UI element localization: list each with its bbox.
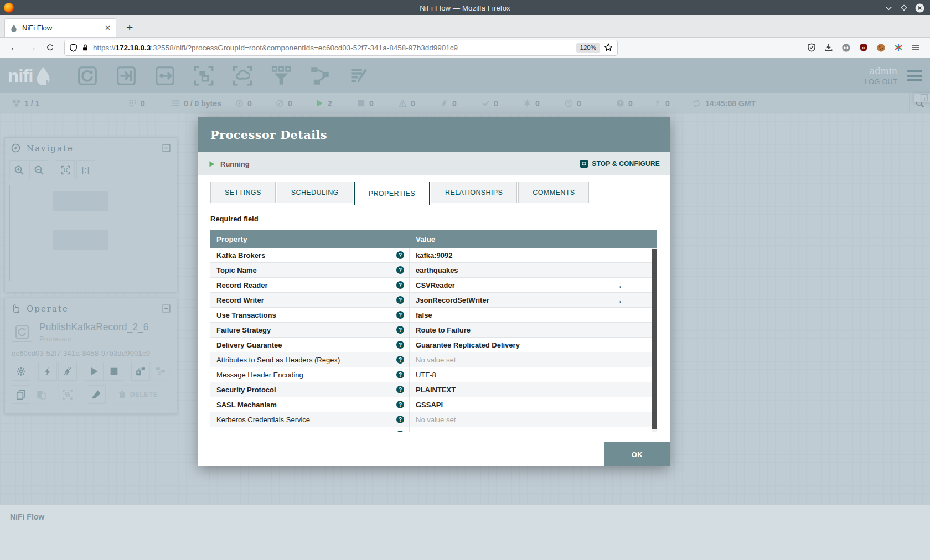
refresh-status[interactable]: 14:45:08 GMT [692, 99, 756, 108]
fill-color-button[interactable] [87, 385, 106, 404]
reload-button[interactable] [41, 40, 59, 55]
input-port-icon[interactable] [113, 63, 139, 89]
property-row[interactable]: Kerberos Credentials Service?No value se… [210, 412, 652, 427]
help-icon[interactable]: ? [396, 251, 404, 259]
property-value[interactable]: Guarantee Replicated Delivery [410, 338, 606, 352]
help-icon[interactable]: ? [396, 356, 404, 364]
property-row[interactable]: Delivery Guarantee?Guarantee Replicated … [210, 338, 652, 352]
page-zoom-badge[interactable]: 120% [576, 43, 600, 53]
save-template-button[interactable] [131, 362, 150, 381]
output-port-icon[interactable] [152, 63, 178, 89]
zoom-out-button[interactable] [29, 160, 48, 179]
browser-tab[interactable]: NiFi Flow ✕ [4, 18, 116, 37]
copy-button[interactable] [12, 385, 30, 404]
global-menu-icon[interactable] [907, 70, 922, 81]
bulletin-board-button[interactable] [913, 93, 930, 102]
new-tab-button[interactable]: + [126, 22, 133, 33]
property-value[interactable]: PLAINTEXT [410, 382, 606, 397]
property-value[interactable]: false [410, 308, 606, 322]
property-value[interactable]: UTF-8 [410, 367, 606, 382]
property-row[interactable]: Message Header Encoding?UTF-8 [210, 367, 652, 382]
property-value[interactable]: Route to Failure [410, 323, 606, 337]
zoom-in-button[interactable] [9, 160, 28, 179]
property-value[interactable]: CSVReader [410, 278, 606, 292]
zoom-fit-button[interactable] [56, 160, 75, 179]
property-row[interactable]: Record Reader?CSVReader→ [210, 278, 652, 293]
tracking-shield-icon[interactable] [69, 44, 78, 52]
property-value[interactable]: No value set [410, 352, 606, 367]
property-row[interactable]: Failure Strategy?Route to Failure [210, 323, 652, 338]
help-icon[interactable]: ? [396, 296, 404, 304]
tab-properties[interactable]: PROPERTIES [354, 182, 430, 205]
help-icon[interactable]: ? [396, 341, 404, 349]
stale-icon [565, 99, 573, 107]
label-icon[interactable] [346, 63, 371, 89]
breadcrumb[interactable]: NiFi Flow [10, 512, 44, 521]
maximize-button[interactable] [900, 4, 908, 12]
help-icon[interactable]: ? [396, 401, 404, 408]
url-bar[interactable]: https://172.18.0.3:32558/nifi/?processGr… [64, 40, 618, 56]
ublock-extension-icon[interactable]: u [859, 43, 868, 52]
template-icon[interactable] [307, 63, 333, 89]
property-value[interactable]: GSSAPI [410, 397, 606, 412]
remote-process-group-icon[interactable] [230, 63, 255, 89]
help-icon[interactable]: ? [396, 281, 404, 289]
funnel-icon[interactable] [268, 63, 294, 89]
process-group-icon[interactable] [191, 63, 216, 89]
tab-settings[interactable]: SETTINGS [210, 182, 276, 203]
property-value[interactable]: JsonRecordSetWriter [410, 293, 606, 307]
help-icon[interactable]: ? [396, 326, 404, 334]
containers-extension-icon[interactable] [894, 43, 903, 52]
scrollbar-thumb[interactable] [652, 249, 657, 429]
tab-comments[interactable]: COMMENTS [518, 182, 589, 203]
logout-link[interactable]: LOG OUT [865, 78, 897, 86]
stop-and-configure-button[interactable]: STOP & CONFIGURE [580, 159, 660, 168]
actual-size-button[interactable]: |:| [76, 160, 95, 179]
collapse-operate-icon[interactable] [162, 304, 170, 313]
close-tab-icon[interactable]: ✕ [105, 24, 111, 32]
tab-relationships[interactable]: RELATIONSHIPS [431, 182, 517, 203]
birdseye-minimap[interactable] [9, 185, 172, 281]
close-window-button[interactable] [915, 3, 924, 13]
help-icon[interactable]: ? [396, 266, 404, 274]
back-button[interactable]: ← [6, 40, 23, 55]
property-row[interactable]: SASL Mechanism?GSSAPI [210, 397, 652, 412]
help-icon[interactable]: ? [396, 431, 404, 432]
go-to-service[interactable]: → [606, 278, 652, 292]
table-scrollbar[interactable] [652, 248, 657, 432]
property-row[interactable]: Use Transactions?false [210, 308, 652, 323]
refresh-icon[interactable] [692, 99, 701, 108]
property-value[interactable]: No value set [410, 412, 606, 427]
disable-button[interactable] [58, 362, 77, 381]
help-icon[interactable]: ? [396, 416, 404, 423]
go-to-service[interactable]: → [606, 293, 652, 307]
lock-icon[interactable] [81, 44, 89, 51]
help-icon[interactable]: ? [396, 371, 404, 378]
property-row[interactable]: Security Protocol?PLAINTEXT [210, 382, 652, 397]
help-icon[interactable]: ? [396, 311, 404, 319]
property-value[interactable]: earthquakes [410, 263, 606, 277]
property-row[interactable]: Kafka Brokers?kafka:9092 [210, 248, 652, 263]
property-row[interactable]: Kerberos Service Name?No value set [210, 427, 652, 432]
cookie-extension-icon[interactable] [876, 43, 886, 53]
property-row[interactable]: Attributes to Send as Headers (Regex)?No… [210, 352, 652, 367]
help-icon[interactable]: ? [396, 386, 404, 393]
processor-icon[interactable] [75, 63, 100, 89]
bookmark-star-icon[interactable] [604, 43, 613, 52]
mask-extension-icon[interactable] [841, 43, 851, 53]
property-value[interactable]: No value set [410, 427, 606, 432]
collapse-navigate-icon[interactable] [162, 144, 170, 152]
stop-button[interactable] [105, 362, 123, 381]
configure-button[interactable] [12, 362, 30, 381]
property-row[interactable]: Record Writer?JsonRecordSetWriter→ [210, 293, 652, 308]
protection-extension-icon[interactable] [807, 43, 816, 52]
enable-button[interactable] [38, 362, 57, 381]
browser-menu-icon[interactable] [911, 43, 920, 52]
start-button[interactable] [85, 362, 104, 381]
ok-button[interactable]: OK [604, 442, 670, 466]
minimize-button[interactable] [885, 4, 893, 12]
property-row[interactable]: Topic Name?earthquakes [210, 263, 652, 278]
tab-scheduling[interactable]: SCHEDULING [277, 182, 353, 203]
downloads-icon[interactable] [824, 43, 833, 52]
property-value[interactable]: kafka:9092 [410, 248, 606, 262]
